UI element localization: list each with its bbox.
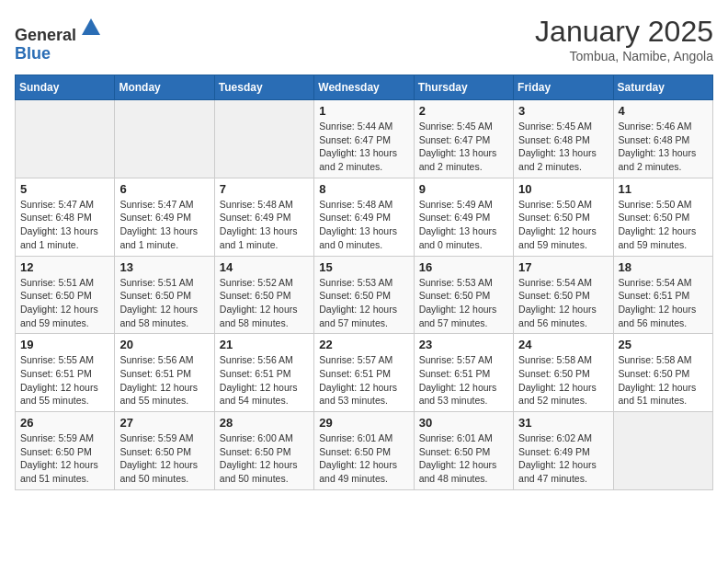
day-number: 26 — [20, 416, 109, 430]
calendar-cell: 13Sunrise: 5:51 AM Sunset: 6:50 PM Dayli… — [115, 256, 214, 334]
calendar-cell: 24Sunrise: 5:58 AM Sunset: 6:50 PM Dayli… — [514, 334, 613, 412]
weekday-header-friday: Friday — [514, 75, 613, 100]
calendar-cell: 15Sunrise: 5:53 AM Sunset: 6:50 PM Dayli… — [314, 256, 414, 334]
day-info: Sunrise: 5:59 AM Sunset: 6:50 PM Dayligh… — [20, 431, 109, 486]
day-info: Sunrise: 5:54 AM Sunset: 6:51 PM Dayligh… — [619, 276, 708, 330]
calendar-cell — [214, 100, 313, 178]
day-info: Sunrise: 5:58 AM Sunset: 6:50 PM Dayligh… — [518, 353, 608, 408]
day-number: 13 — [119, 260, 209, 274]
day-info: Sunrise: 5:55 AM Sunset: 6:51 PM Dayligh… — [20, 353, 109, 408]
calendar-cell: 19Sunrise: 5:55 AM Sunset: 6:51 PM Dayli… — [16, 334, 115, 412]
day-info: Sunrise: 5:44 AM Sunset: 6:47 PM Dayligh… — [319, 120, 408, 174]
day-number: 24 — [518, 338, 608, 351]
title-block: January 2025 Tombua, Namibe, Angola — [535, 15, 713, 63]
day-number: 22 — [319, 338, 408, 351]
day-info: Sunrise: 6:01 AM Sunset: 6:50 PM Dayligh… — [319, 431, 408, 486]
weekday-header-wednesday: Wednesday — [314, 75, 414, 100]
logo-blue: Blue — [15, 44, 51, 63]
day-info: Sunrise: 5:56 AM Sunset: 6:51 PM Dayligh… — [220, 353, 309, 408]
calendar-cell: 7Sunrise: 5:48 AM Sunset: 6:49 PM Daylig… — [214, 178, 313, 256]
day-number: 11 — [619, 182, 708, 196]
day-info: Sunrise: 5:50 AM Sunset: 6:50 PM Dayligh… — [619, 198, 708, 252]
calendar-cell: 25Sunrise: 5:58 AM Sunset: 6:50 PM Dayli… — [613, 334, 712, 412]
day-info: Sunrise: 5:45 AM Sunset: 6:47 PM Dayligh… — [419, 120, 508, 174]
page-header: General Blue January 2025 Tombua, Namibe… — [15, 15, 713, 63]
day-number: 16 — [419, 260, 508, 274]
day-number: 6 — [119, 182, 209, 196]
day-number: 17 — [518, 260, 608, 274]
day-info: Sunrise: 6:00 AM Sunset: 6:50 PM Dayligh… — [220, 431, 309, 486]
day-info: Sunrise: 5:50 AM Sunset: 6:50 PM Dayligh… — [518, 198, 608, 252]
day-info: Sunrise: 5:47 AM Sunset: 6:49 PM Dayligh… — [119, 198, 209, 252]
day-number: 28 — [220, 416, 309, 430]
calendar-cell — [115, 100, 214, 178]
day-info: Sunrise: 6:01 AM Sunset: 6:50 PM Dayligh… — [419, 431, 508, 486]
day-info: Sunrise: 5:54 AM Sunset: 6:50 PM Dayligh… — [518, 276, 608, 330]
logo: General Blue — [15, 15, 104, 63]
calendar-cell: 20Sunrise: 5:56 AM Sunset: 6:51 PM Dayli… — [115, 334, 214, 412]
logo-icon — [78, 15, 104, 40]
calendar-cell: 31Sunrise: 6:02 AM Sunset: 6:49 PM Dayli… — [514, 412, 613, 490]
day-info: Sunrise: 5:47 AM Sunset: 6:48 PM Dayligh… — [20, 198, 109, 252]
day-info: Sunrise: 5:51 AM Sunset: 6:50 PM Dayligh… — [20, 276, 109, 330]
calendar-cell — [613, 412, 712, 490]
day-info: Sunrise: 5:46 AM Sunset: 6:48 PM Dayligh… — [619, 120, 708, 174]
weekday-header-saturday: Saturday — [613, 75, 712, 100]
day-info: Sunrise: 5:59 AM Sunset: 6:50 PM Dayligh… — [119, 431, 209, 486]
weekday-header-thursday: Thursday — [414, 75, 513, 100]
day-number: 15 — [319, 260, 408, 274]
month-title: January 2025 — [535, 15, 713, 49]
calendar-week-5: 26Sunrise: 5:59 AM Sunset: 6:50 PM Dayli… — [16, 412, 713, 490]
day-number: 18 — [619, 260, 708, 274]
calendar-cell: 23Sunrise: 5:57 AM Sunset: 6:51 PM Dayli… — [414, 334, 513, 412]
day-info: Sunrise: 5:48 AM Sunset: 6:49 PM Dayligh… — [220, 198, 309, 252]
calendar-cell: 16Sunrise: 5:53 AM Sunset: 6:50 PM Dayli… — [414, 256, 513, 334]
day-number: 2 — [419, 104, 508, 118]
calendar-week-2: 5Sunrise: 5:47 AM Sunset: 6:48 PM Daylig… — [16, 178, 713, 256]
calendar-cell: 6Sunrise: 5:47 AM Sunset: 6:49 PM Daylig… — [115, 178, 214, 256]
day-number: 14 — [220, 260, 309, 274]
day-number: 31 — [518, 416, 608, 430]
calendar-week-1: 1Sunrise: 5:44 AM Sunset: 6:47 PM Daylig… — [16, 100, 713, 178]
logo-general: General — [15, 26, 76, 44]
weekday-header-monday: Monday — [115, 75, 214, 100]
day-number: 3 — [518, 104, 608, 118]
calendar-cell: 12Sunrise: 5:51 AM Sunset: 6:50 PM Dayli… — [16, 256, 115, 334]
calendar-cell: 8Sunrise: 5:48 AM Sunset: 6:49 PM Daylig… — [314, 178, 414, 256]
day-number: 7 — [220, 182, 309, 196]
day-info: Sunrise: 5:57 AM Sunset: 6:51 PM Dayligh… — [319, 353, 408, 408]
calendar-week-3: 12Sunrise: 5:51 AM Sunset: 6:50 PM Dayli… — [16, 256, 713, 334]
day-info: Sunrise: 5:48 AM Sunset: 6:49 PM Dayligh… — [319, 198, 408, 252]
day-number: 19 — [20, 338, 109, 351]
calendar-cell: 14Sunrise: 5:52 AM Sunset: 6:50 PM Dayli… — [214, 256, 313, 334]
day-info: Sunrise: 5:57 AM Sunset: 6:51 PM Dayligh… — [419, 353, 508, 408]
svg-marker-0 — [82, 18, 100, 35]
calendar-cell: 21Sunrise: 5:56 AM Sunset: 6:51 PM Dayli… — [214, 334, 313, 412]
day-info: Sunrise: 5:56 AM Sunset: 6:51 PM Dayligh… — [119, 353, 209, 408]
calendar-cell: 30Sunrise: 6:01 AM Sunset: 6:50 PM Dayli… — [414, 412, 513, 490]
day-info: Sunrise: 5:45 AM Sunset: 6:48 PM Dayligh… — [518, 120, 608, 174]
calendar-cell: 28Sunrise: 6:00 AM Sunset: 6:50 PM Dayli… — [214, 412, 313, 490]
calendar-week-4: 19Sunrise: 5:55 AM Sunset: 6:51 PM Dayli… — [16, 334, 713, 412]
calendar-cell: 10Sunrise: 5:50 AM Sunset: 6:50 PM Dayli… — [514, 178, 613, 256]
day-info: Sunrise: 5:49 AM Sunset: 6:49 PM Dayligh… — [419, 198, 508, 252]
day-number: 4 — [619, 104, 708, 118]
location-subtitle: Tombua, Namibe, Angola — [535, 49, 713, 63]
day-info: Sunrise: 5:51 AM Sunset: 6:50 PM Dayligh… — [119, 276, 209, 330]
day-number: 5 — [20, 182, 109, 196]
weekday-header-tuesday: Tuesday — [214, 75, 313, 100]
day-info: Sunrise: 5:58 AM Sunset: 6:50 PM Dayligh… — [619, 353, 708, 408]
calendar-cell: 1Sunrise: 5:44 AM Sunset: 6:47 PM Daylig… — [314, 100, 414, 178]
day-number: 1 — [319, 104, 408, 118]
calendar-cell: 3Sunrise: 5:45 AM Sunset: 6:48 PM Daylig… — [514, 100, 613, 178]
day-number: 25 — [619, 338, 708, 351]
calendar-cell: 11Sunrise: 5:50 AM Sunset: 6:50 PM Dayli… — [613, 178, 712, 256]
calendar-cell: 5Sunrise: 5:47 AM Sunset: 6:48 PM Daylig… — [16, 178, 115, 256]
calendar-cell: 29Sunrise: 6:01 AM Sunset: 6:50 PM Dayli… — [314, 412, 414, 490]
day-number: 9 — [419, 182, 508, 196]
day-number: 10 — [518, 182, 608, 196]
day-number: 21 — [220, 338, 309, 351]
calendar-cell: 2Sunrise: 5:45 AM Sunset: 6:47 PM Daylig… — [414, 100, 513, 178]
calendar-cell: 4Sunrise: 5:46 AM Sunset: 6:48 PM Daylig… — [613, 100, 712, 178]
calendar-table: SundayMondayTuesdayWednesdayThursdayFrid… — [15, 75, 713, 490]
